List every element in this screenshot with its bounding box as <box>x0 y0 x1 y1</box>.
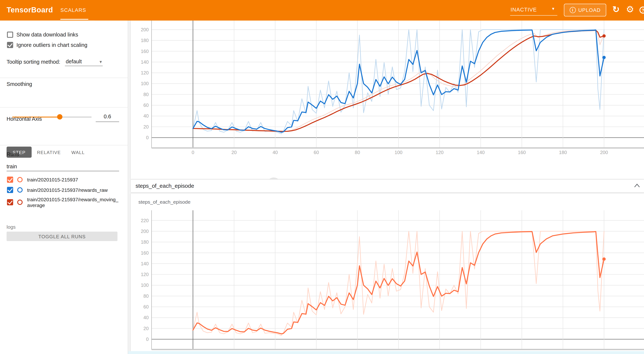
svg-text:180: 180 <box>141 38 149 43</box>
svg-text:20: 20 <box>144 326 149 331</box>
tab-scalars[interactable]: SCALARS <box>60 8 86 13</box>
help-icon[interactable]: ? <box>640 6 644 14</box>
divider <box>0 78 128 78</box>
divider <box>0 145 128 145</box>
tensorboard-app: TensorBoard SCALARS INACTIVE ▾ i UPLOAD … <box>0 0 644 354</box>
run-label: train/20201015-215937/rewards_moving_ave… <box>27 197 120 208</box>
smoothing-label: Smoothing <box>6 81 32 87</box>
svg-text:180: 180 <box>559 150 567 155</box>
refresh-icon[interactable]: ↻ <box>612 4 620 14</box>
svg-text:120: 120 <box>141 272 149 277</box>
tooltip-sorting-value: default <box>66 58 82 64</box>
svg-text:40: 40 <box>144 315 149 320</box>
svg-text:140: 140 <box>141 60 149 64</box>
svg-text:0: 0 <box>192 150 194 155</box>
svg-text:60: 60 <box>144 304 149 310</box>
svg-text:80: 80 <box>144 92 149 97</box>
upload-button[interactable]: i UPLOAD <box>564 4 606 16</box>
toggle-all-runs-button[interactable]: TOGGLE ALL RUNS <box>6 232 118 241</box>
horizontal-axis-label: Horizontal Axis <box>6 116 42 122</box>
svg-text:0: 0 <box>146 135 149 140</box>
chart-title: steps_of_each_episode <box>138 199 190 205</box>
smoothing-value-input[interactable]: 0.6 <box>96 113 119 122</box>
svg-text:100: 100 <box>141 81 149 86</box>
status-dropdown-underline <box>510 15 557 16</box>
tag-section-header[interactable]: steps_of_each_episode <box>130 180 644 192</box>
info-icon: i <box>570 7 576 13</box>
svg-text:60: 60 <box>144 102 149 108</box>
scalar-line-chart[interactable]: 020406080100120140160180200220 <box>130 207 644 354</box>
svg-text:20: 20 <box>144 124 149 130</box>
scalar-chart-card-steps: steps_of_each_episode 020406080100120140… <box>130 194 644 354</box>
chevron-down-icon: ▾ <box>100 59 102 64</box>
runs-category-logs[interactable]: logs <box>6 224 16 230</box>
svg-text:40: 40 <box>144 113 149 118</box>
run-checkbox[interactable] <box>7 199 13 205</box>
svg-text:0: 0 <box>146 336 149 342</box>
scalar-chart-card-rewards: 0204060801001201401601802000204060801001… <box>130 20 644 179</box>
app-header: TensorBoard SCALARS INACTIVE ▾ i UPLOAD … <box>0 0 644 20</box>
runs-filter-input[interactable]: train <box>6 164 17 170</box>
scalar-line-chart[interactable]: 0204060801001201401601802000204060801001… <box>130 20 644 158</box>
svg-text:80: 80 <box>144 294 149 299</box>
show-download-links-checkbox[interactable] <box>7 32 13 38</box>
svg-text:200: 200 <box>600 150 608 155</box>
svg-text:160: 160 <box>141 250 149 256</box>
svg-text:100: 100 <box>394 150 402 155</box>
run-label: train/20201015-215937/rewards_raw <box>27 188 120 193</box>
settings-sidebar: Show data download links Ignore outliers… <box>0 20 128 354</box>
tooltip-sorting-select[interactable]: default ▾ <box>65 58 102 66</box>
runs-filter-underline <box>6 171 119 171</box>
svg-text:200: 200 <box>141 27 149 32</box>
chevron-up-icon[interactable] <box>634 184 640 188</box>
tab-active-underline <box>60 19 88 20</box>
settings-gear-icon[interactable]: ⚙ <box>626 4 634 15</box>
svg-text:140: 140 <box>477 150 485 155</box>
app-title: TensorBoard <box>6 6 53 14</box>
upload-button-label: UPLOAD <box>578 7 601 13</box>
run-color-ring-icon <box>17 200 22 205</box>
svg-text:80: 80 <box>355 150 360 155</box>
runs-label: Runs <box>6 151 19 157</box>
divider <box>0 107 128 108</box>
svg-text:220: 220 <box>141 218 149 223</box>
axis-option-relative[interactable]: RELATIVE <box>32 147 66 158</box>
ignore-outliers-checkbox[interactable] <box>7 42 13 48</box>
chevron-down-icon[interactable]: ▾ <box>552 6 554 12</box>
svg-text:120: 120 <box>141 70 149 75</box>
run-label: train/20201015-215937 <box>27 177 120 183</box>
svg-text:160: 160 <box>141 49 149 54</box>
svg-text:180: 180 <box>141 240 149 244</box>
tooltip-sorting-label: Tooltip sorting method: <box>6 59 60 65</box>
svg-text:120: 120 <box>436 150 444 155</box>
svg-text:100: 100 <box>141 282 149 288</box>
svg-text:60: 60 <box>314 150 319 155</box>
run-checkbox[interactable] <box>7 187 13 193</box>
run-color-ring-icon <box>17 187 22 192</box>
svg-text:160: 160 <box>518 150 526 155</box>
ignore-outliers-label: Ignore outliers in chart scaling <box>16 42 88 48</box>
show-download-links-label: Show data download links <box>16 32 78 38</box>
run-color-ring-icon <box>17 177 22 182</box>
svg-text:140: 140 <box>141 261 149 266</box>
svg-text:20: 20 <box>232 150 237 155</box>
smoothing-slider-thumb[interactable] <box>57 114 62 120</box>
svg-text:200: 200 <box>141 229 149 234</box>
next-section-edge <box>128 351 644 354</box>
run-checkbox[interactable] <box>7 177 13 183</box>
svg-text:40: 40 <box>272 150 278 155</box>
axis-option-wall[interactable]: WALL <box>66 147 90 158</box>
section-title: steps_of_each_episode <box>136 180 194 192</box>
status-dropdown[interactable]: INACTIVE <box>510 6 537 12</box>
